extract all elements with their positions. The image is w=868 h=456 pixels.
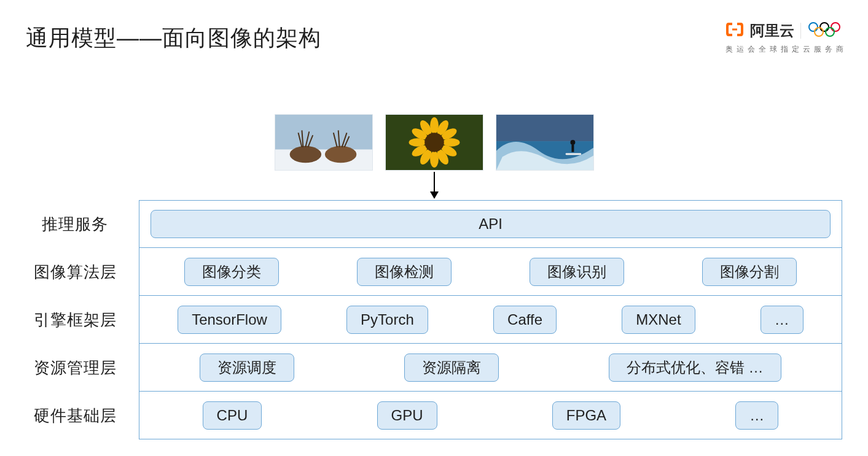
layer-inference: API bbox=[139, 200, 842, 248]
svg-point-2 bbox=[820, 23, 829, 31]
svg-rect-29 bbox=[565, 153, 581, 155]
svg-point-27 bbox=[570, 140, 575, 145]
box-resource-schedule: 资源调度 bbox=[200, 354, 294, 382]
down-arrow-icon bbox=[428, 172, 440, 201]
layer-label-inference: 推理服务 bbox=[26, 200, 124, 248]
sample-image-elk bbox=[275, 114, 373, 171]
olympic-rings-icon bbox=[807, 21, 842, 41]
box-resource-isolation: 资源隔离 bbox=[404, 354, 499, 382]
box-mxnet: MXNet bbox=[622, 306, 695, 334]
brand-name: 阿里云 bbox=[750, 21, 794, 41]
sample-image-sunflower bbox=[385, 114, 483, 171]
layer-algorithm: 图像分类 图像检测 图像识别 图像分割 bbox=[139, 248, 842, 296]
box-tensorflow: TensorFlow bbox=[178, 306, 281, 334]
layers-column: API 图像分类 图像检测 图像识别 图像分割 TensorFlow PyTor… bbox=[139, 200, 842, 439]
svg-marker-31 bbox=[430, 191, 439, 199]
layer-label-resource: 资源管理层 bbox=[26, 344, 124, 392]
svg-point-5 bbox=[826, 28, 834, 36]
svg-point-24 bbox=[424, 133, 444, 152]
slide-title: 通用模型——面向图像的架构 bbox=[26, 23, 321, 53]
box-image-segmentation: 图像分割 bbox=[702, 258, 797, 286]
svg-point-1 bbox=[809, 23, 818, 31]
layer-engine: TensorFlow PyTorch Caffe MXNet … bbox=[139, 296, 842, 344]
box-fpga: FPGA bbox=[552, 401, 620, 430]
brand-block: 阿里云 奥运会全球指定云服务商 bbox=[725, 21, 847, 55]
box-hardware-more: … bbox=[735, 401, 778, 430]
layer-label-hardware: 硬件基础层 bbox=[26, 392, 124, 439]
box-engine-more: … bbox=[760, 306, 803, 334]
layer-label-algorithm: 图像算法层 bbox=[26, 248, 124, 296]
box-api: API bbox=[151, 210, 831, 238]
box-distributed-opt: 分布式优化、容错 … bbox=[609, 354, 781, 382]
layer-label-engine: 引擎框架层 bbox=[26, 296, 124, 344]
box-pytorch: PyTorch bbox=[346, 306, 428, 334]
layer-resource: 资源调度 资源隔离 分布式优化、容错 … bbox=[139, 344, 842, 392]
svg-point-4 bbox=[815, 28, 823, 36]
box-cpu: CPU bbox=[203, 401, 262, 430]
layer-hardware: CPU GPU FPGA … bbox=[139, 392, 842, 439]
box-caffe: Caffe bbox=[493, 306, 557, 334]
brand-divider bbox=[800, 23, 801, 39]
box-gpu: GPU bbox=[377, 401, 437, 430]
box-image-recognition: 图像识别 bbox=[530, 258, 624, 286]
svg-rect-28 bbox=[571, 145, 574, 152]
svg-rect-6 bbox=[275, 115, 372, 150]
svg-point-9 bbox=[324, 146, 356, 163]
box-image-classification: 图像分类 bbox=[184, 258, 279, 286]
layer-labels-column: 推理服务 图像算法层 引擎框架层 资源管理层 硬件基础层 bbox=[26, 200, 124, 439]
svg-rect-7 bbox=[275, 150, 372, 170]
box-image-detection: 图像检测 bbox=[357, 258, 452, 286]
svg-rect-25 bbox=[496, 115, 593, 141]
aliyun-bracket-icon bbox=[725, 21, 744, 40]
svg-point-8 bbox=[289, 146, 321, 163]
svg-point-3 bbox=[831, 23, 840, 31]
sample-images-row bbox=[0, 114, 868, 171]
brand-subtitle: 奥运会全球指定云服务商 bbox=[725, 44, 847, 55]
sample-image-surfer bbox=[496, 114, 594, 171]
svg-rect-0 bbox=[732, 29, 737, 31]
